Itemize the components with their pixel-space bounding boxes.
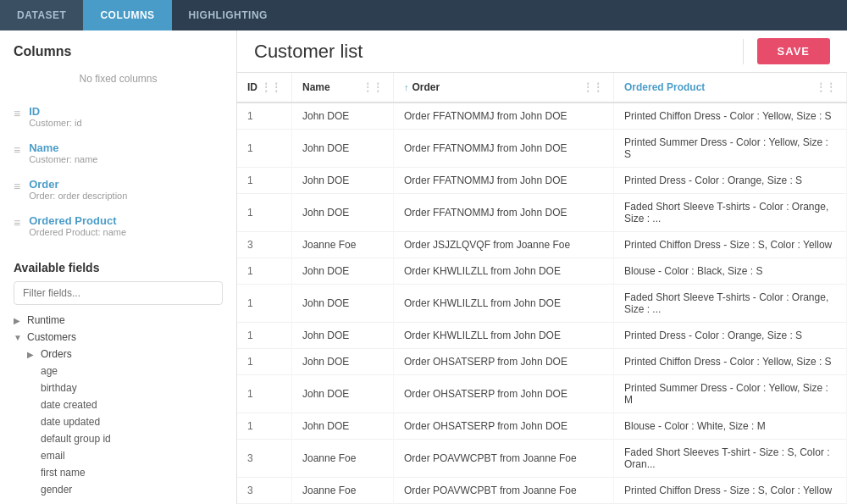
cell-name: John DOE bbox=[292, 413, 394, 440]
cell-id: 3 bbox=[237, 478, 292, 504]
table-wrapper: ID ⋮⋮ Name ⋮⋮ ↑ bbox=[237, 73, 847, 504]
column-item-id[interactable]: ≡ ID Customer: id bbox=[0, 98, 236, 135]
cell-product: Faded Short Sleeves T-shirt - Size : S, … bbox=[614, 440, 847, 478]
tab-dataset[interactable]: DATASET bbox=[0, 0, 83, 30]
column-item-product[interactable]: ≡ Ordered Product Ordered Product: name bbox=[0, 208, 236, 244]
cell-id: 1 bbox=[237, 258, 292, 285]
table-row: 1John DOEOrder FFATNOMMJ from John DOEPr… bbox=[237, 130, 847, 168]
field-label-birthday: birthday bbox=[41, 382, 77, 394]
column-name-id: ID bbox=[29, 105, 81, 118]
cell-product: Printed Chiffon Dress - Size : S, Color … bbox=[614, 232, 847, 258]
table-row: 1John DOEOrder OHSATSERP from John DOEBl… bbox=[237, 413, 847, 440]
page-title: Customer list bbox=[254, 41, 743, 63]
cell-id: 1 bbox=[237, 168, 292, 194]
cell-product: Faded Short Sleeve T-shirts - Color : Or… bbox=[614, 194, 847, 232]
col-handle-icon[interactable]: ⋮⋮ bbox=[261, 81, 281, 93]
col-handle-icon[interactable]: ⋮⋮ bbox=[583, 81, 603, 93]
sidebar-title: Columns bbox=[14, 44, 223, 59]
col-header-product[interactable]: Ordered Product ⋮⋮ bbox=[614, 73, 847, 102]
cell-id: 1 bbox=[237, 194, 292, 232]
cell-id: 1 bbox=[237, 285, 292, 323]
column-item-name[interactable]: ≡ Name Customer: name bbox=[0, 135, 236, 171]
cell-order: Order KHWLILZLL from John DOE bbox=[394, 258, 614, 285]
tree-item-date-created[interactable]: date created bbox=[14, 396, 223, 413]
cell-name: John DOE bbox=[292, 258, 394, 285]
cell-order: Order POAVWCPBT from Joanne Foe bbox=[394, 478, 614, 504]
tree-item-default-group-id[interactable]: default group id bbox=[14, 430, 223, 447]
column-list: ≡ ID Customer: id ≡ Name Customer: name … bbox=[0, 98, 236, 244]
table-row: 3Joanne FoeOrder POAVWCPBT from Joanne F… bbox=[237, 440, 847, 478]
collapsed-arrow-icon: ▶ bbox=[27, 350, 41, 359]
col-header-name[interactable]: Name ⋮⋮ bbox=[292, 73, 394, 102]
col-handle-icon[interactable]: ⋮⋮ bbox=[816, 81, 836, 93]
column-name-product: Ordered Product bbox=[29, 214, 126, 227]
drag-handle-icon[interactable]: ≡ bbox=[14, 107, 20, 120]
cell-name: Joanne Foe bbox=[292, 232, 394, 258]
field-tree: ▶ Runtime ▼ Customers ▶ Orders age bbox=[14, 305, 223, 504]
field-label-date-created: date created bbox=[41, 399, 97, 411]
cell-order: Order FFATNOMMJ from John DOE bbox=[394, 102, 614, 130]
tree-item-date-updated[interactable]: date updated bbox=[14, 413, 223, 430]
cell-product: Printed Dress - Color : Orange, Size : S bbox=[614, 323, 847, 349]
tree-item-customers[interactable]: ▼ Customers bbox=[14, 329, 223, 346]
column-desc-order: Order: order description bbox=[29, 191, 127, 201]
cell-order: Order JSJZLQVQF from Joanne Foe bbox=[394, 232, 614, 258]
header-divider bbox=[743, 39, 744, 64]
tree-label-runtime: Runtime bbox=[27, 314, 65, 326]
top-nav: DATASET COLUMNS HIGHLIGHTING bbox=[0, 0, 847, 30]
tree-item-age[interactable]: age bbox=[14, 363, 223, 379]
cell-id: 1 bbox=[237, 413, 292, 440]
table-row: 1John DOEOrder FFATNOMMJ from John DOEFa… bbox=[237, 194, 847, 232]
cell-order: Order OHSATSERP from John DOE bbox=[394, 413, 614, 440]
no-fixed-columns-label: No fixed columns bbox=[14, 66, 223, 91]
cell-product: Printed Chiffon Dress - Color : Yellow, … bbox=[614, 349, 847, 375]
tree-item-orders[interactable]: ▶ Orders bbox=[14, 346, 223, 363]
cell-order: Order FFATNOMMJ from John DOE bbox=[394, 168, 614, 194]
table-row: 1John DOEOrder KHWLILZLL from John DOEPr… bbox=[237, 323, 847, 349]
column-name-name: Name bbox=[29, 141, 97, 154]
table-row: 1John DOEOrder OHSATSERP from John DOEPr… bbox=[237, 375, 847, 413]
cell-name: John DOE bbox=[292, 194, 394, 232]
col-handle-icon[interactable]: ⋮⋮ bbox=[363, 81, 383, 93]
cell-product: Printed Dress - Color : Orange, Size : S bbox=[614, 168, 847, 194]
save-button[interactable]: SAVE bbox=[757, 38, 830, 64]
table-row: 1John DOEOrder OHSATSERP from John DOEPr… bbox=[237, 349, 847, 375]
table-row: 1John DOEOrder KHWLILZLL from John DOEBl… bbox=[237, 258, 847, 285]
col-header-id[interactable]: ID ⋮⋮ bbox=[237, 73, 292, 102]
tree-item-email[interactable]: email bbox=[14, 447, 223, 464]
tab-columns[interactable]: COLUMNS bbox=[83, 0, 171, 30]
field-label-age: age bbox=[41, 365, 58, 377]
tree-item-birthday[interactable]: birthday bbox=[14, 379, 223, 396]
filter-fields-input[interactable] bbox=[14, 281, 223, 305]
table-row: 3Joanne FoeOrder JSJZLQVQF from Joanne F… bbox=[237, 232, 847, 258]
cell-product: Printed Chiffon Dress - Color : Yellow, … bbox=[614, 102, 847, 130]
tab-highlighting[interactable]: HIGHLIGHTING bbox=[172, 0, 285, 30]
tree-item-first-name[interactable]: first name bbox=[14, 464, 223, 481]
available-fields-title: Available fields bbox=[14, 261, 223, 274]
cell-order: Order KHWLILZLL from John DOE bbox=[394, 323, 614, 349]
field-label-default-group-id: default group id bbox=[41, 433, 111, 445]
tree-label-orders: Orders bbox=[41, 348, 72, 360]
cell-product: Printed Summer Dress - Color : Yellow, S… bbox=[614, 130, 847, 168]
tree-label-customers: Customers bbox=[27, 331, 76, 343]
drag-handle-icon[interactable]: ≡ bbox=[14, 180, 20, 193]
column-item-order[interactable]: ≡ Order Order: order description bbox=[0, 171, 236, 208]
column-name-order: Order bbox=[29, 178, 127, 191]
drag-handle-icon[interactable]: ≡ bbox=[14, 216, 20, 230]
data-table: ID ⋮⋮ Name ⋮⋮ ↑ bbox=[237, 73, 847, 504]
drag-handle-icon[interactable]: ≡ bbox=[14, 143, 20, 157]
tree-item-gender[interactable]: gender bbox=[14, 481, 223, 498]
cell-id: 3 bbox=[237, 440, 292, 478]
column-desc-name: Customer: name bbox=[29, 154, 97, 164]
field-label-first-name: first name bbox=[41, 467, 86, 479]
cell-name: John DOE bbox=[292, 375, 394, 413]
table-row: 1John DOEOrder KHWLILZLL from John DOEFa… bbox=[237, 285, 847, 323]
field-label-date-updated: date updated bbox=[41, 416, 100, 428]
cell-id: 1 bbox=[237, 102, 292, 130]
col-header-order[interactable]: ↑ Order ⋮⋮ bbox=[394, 73, 614, 102]
content-header: Customer list SAVE bbox=[237, 30, 847, 73]
cell-id: 3 bbox=[237, 232, 292, 258]
table-row: 1John DOEOrder FFATNOMMJ from John DOEPr… bbox=[237, 102, 847, 130]
tree-item-runtime[interactable]: ▶ Runtime bbox=[14, 312, 223, 329]
cell-id: 1 bbox=[237, 323, 292, 349]
